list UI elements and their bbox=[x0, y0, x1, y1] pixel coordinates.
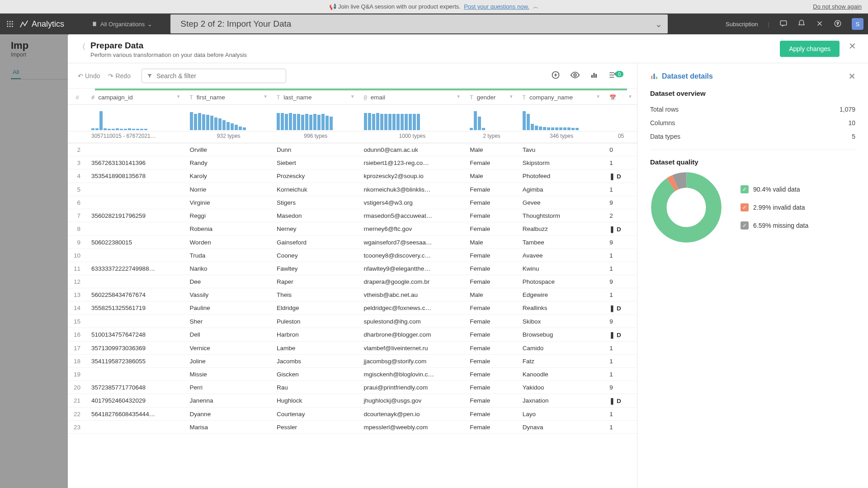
svg-rect-10 bbox=[780, 21, 787, 25]
quality-donut-chart bbox=[650, 171, 722, 244]
tools-icon[interactable] bbox=[816, 19, 824, 29]
table-row[interactable]: 13 5602258434767674VassilyTheis vtheisb@… bbox=[68, 288, 637, 301]
table-row[interactable]: 15 SherPuleston spulestond@ihg.comFemale… bbox=[68, 315, 637, 328]
modal-title: Prepare Data bbox=[90, 41, 247, 51]
column-histogram bbox=[609, 107, 632, 130]
details-title: Dataset details bbox=[662, 72, 713, 80]
column-header[interactable]: #campaign_id▼ bbox=[87, 90, 185, 105]
column-histogram bbox=[364, 107, 461, 130]
redo-button[interactable]: ↷ Redo bbox=[108, 72, 130, 80]
bell-icon[interactable] bbox=[797, 19, 806, 29]
eye-icon[interactable] bbox=[570, 70, 580, 81]
legend-valid: 90.4% valid data bbox=[753, 186, 800, 193]
table-row[interactable]: 14 3558251325561719PaulineEldridge peldr… bbox=[68, 301, 637, 315]
svg-rect-17 bbox=[595, 74, 597, 78]
svg-text:?: ? bbox=[836, 21, 839, 26]
column-summary: 996 types bbox=[272, 131, 359, 143]
check-icon: ✓ bbox=[741, 221, 749, 230]
table-row[interactable]: 4 3535418908135678KarolyProzescky kproze… bbox=[68, 169, 637, 183]
chart-icon[interactable] bbox=[590, 71, 598, 80]
table-row[interactable]: 6 VirginieStigers vstigers4@w3.orgFemale… bbox=[68, 196, 637, 209]
overview-heading: Dataset overview bbox=[650, 89, 855, 97]
svg-point-8 bbox=[12, 26, 13, 27]
legend-missing: 6.59% missing data bbox=[753, 222, 808, 229]
undo-button[interactable]: ↶ Undo bbox=[78, 72, 100, 80]
table-row[interactable]: 19 MissieGiscken mgisckenh@bloglovin.c…F… bbox=[68, 368, 637, 381]
chevron-up-icon[interactable]: ︿ bbox=[533, 3, 539, 11]
add-column-icon[interactable] bbox=[551, 70, 560, 81]
top-bar: Analytics All Organizations ⌄ Step 2 of … bbox=[0, 14, 868, 34]
table-row[interactable]: 22 56418276608435444…DyanneCourtenay dco… bbox=[68, 408, 637, 421]
close-icon[interactable]: ✕ bbox=[849, 41, 856, 52]
table-row[interactable]: 12 DeeRaper drapera@google.com.brFemaleP… bbox=[68, 275, 637, 288]
wizard-step-indicator: Step 2 of 2: Import Your Data ⌄ bbox=[170, 14, 668, 33]
table-row[interactable]: 17 3571309973036369VerniceLambe vlambef@… bbox=[68, 342, 637, 355]
svg-point-5 bbox=[12, 23, 13, 25]
table-row[interactable]: 9 506022380015WordenGainseford wgainsefo… bbox=[68, 236, 637, 249]
table-row[interactable]: 16 5100134757647248DellHarbron dharbrone… bbox=[68, 328, 637, 342]
column-summary: 2 types bbox=[465, 131, 518, 143]
bars-icon bbox=[650, 72, 658, 80]
column-histogram bbox=[470, 107, 514, 130]
chat-icon[interactable] bbox=[779, 19, 788, 29]
banner-text: Join live Q&A session with our product e… bbox=[338, 3, 461, 10]
table-row[interactable]: 2 OrvilleDunn odunn0@cam.ac.ukMaleTavu 0 bbox=[68, 143, 637, 156]
close-details-icon[interactable]: ✕ bbox=[849, 71, 855, 81]
table-row[interactable]: 5 NorrieKorneichuk nkorneichuk3@blinklis… bbox=[68, 183, 637, 196]
table-row[interactable]: 7 3560282191796259ReggiMasedon rmasedon5… bbox=[68, 209, 637, 222]
chevron-down-icon[interactable]: ⌄ bbox=[655, 19, 662, 29]
svg-point-4 bbox=[9, 23, 11, 25]
brand-logo[interactable]: Analytics bbox=[19, 19, 64, 29]
table-row[interactable]: 20 3572385771770648PerriRau praui@printf… bbox=[68, 381, 637, 394]
banner-link[interactable]: Post your questions now. bbox=[464, 3, 529, 10]
step-text: Step 2 of 2: Import Your Data bbox=[180, 19, 291, 28]
user-avatar[interactable]: S bbox=[852, 18, 863, 30]
datatypes-label: Data types bbox=[650, 133, 680, 140]
data-grid[interactable]: ##campaign_id▼Tfirst_name▼Tlast_name▼@em… bbox=[68, 90, 637, 434]
column-summary: 932 types bbox=[185, 131, 272, 143]
datatypes-value: 5 bbox=[852, 133, 855, 140]
org-selector[interactable]: All Organizations ⌄ bbox=[91, 21, 152, 28]
search-field[interactable] bbox=[156, 72, 281, 80]
legend-invalid: 2.99% invalid data bbox=[753, 204, 805, 211]
column-header[interactable]: Tcompany_name▼ bbox=[518, 90, 605, 105]
column-header[interactable]: Tlast_name▼ bbox=[272, 90, 359, 105]
svg-point-0 bbox=[7, 21, 8, 22]
total-rows-value: 1,079 bbox=[840, 106, 855, 113]
dismiss-banner-link[interactable]: Do not show again bbox=[813, 3, 862, 10]
svg-point-14 bbox=[574, 74, 577, 76]
svg-point-2 bbox=[12, 21, 13, 22]
table-row[interactable]: 21 4017952460432029JanennaHughlock jhugh… bbox=[68, 394, 637, 408]
column-summary: 346 types bbox=[518, 131, 605, 143]
prepare-data-modal: 〈 Prepare Data Perform various transform… bbox=[68, 34, 868, 488]
queue-icon[interactable]: 0 bbox=[608, 70, 627, 81]
megaphone-icon: 📢 bbox=[329, 3, 336, 10]
brand-name: Analytics bbox=[32, 19, 64, 29]
analytics-logo-icon bbox=[19, 19, 29, 29]
table-row[interactable]: 23 MarisaPessler mpesslerl@weebly.comFem… bbox=[68, 421, 637, 434]
table-row[interactable]: 18 3541195872386055JolineJacombs jjacomb… bbox=[68, 355, 637, 368]
help-icon[interactable]: ? bbox=[834, 19, 842, 29]
search-filter-input[interactable] bbox=[142, 69, 286, 83]
filter-icon bbox=[146, 73, 153, 79]
column-header[interactable]: Tfirst_name▼ bbox=[185, 90, 272, 105]
column-header[interactable]: @email▼ bbox=[359, 90, 466, 105]
table-row[interactable]: 8 RobeniaNerney rnerney6@ftc.govFemaleRe… bbox=[68, 222, 637, 236]
quality-heading: Dataset quality bbox=[650, 158, 855, 166]
chevron-down-icon: ⌄ bbox=[147, 21, 152, 28]
column-header[interactable]: 📅▼ bbox=[605, 90, 637, 105]
table-row[interactable]: 11 63333372222749988…NarikoFawltey nfawl… bbox=[68, 262, 637, 275]
column-header[interactable]: Tgender▼ bbox=[465, 90, 518, 105]
table-row[interactable]: 10 TrudaCooney tcooney8@discovery.c…Fema… bbox=[68, 249, 637, 262]
table-row[interactable]: 3 3567263130141396RandySiebert rsiebert1… bbox=[68, 156, 637, 169]
column-histogram bbox=[190, 107, 268, 130]
back-icon[interactable]: 〈 bbox=[78, 42, 86, 52]
building-icon bbox=[91, 21, 98, 27]
svg-point-6 bbox=[7, 26, 8, 27]
apps-grid-icon[interactable] bbox=[5, 19, 15, 29]
announcement-banner: 📢 Join live Q&A session with our product… bbox=[0, 0, 868, 14]
columns-label: Columns bbox=[650, 119, 675, 127]
column-summary: 1000 types bbox=[359, 131, 466, 143]
apply-changes-button[interactable]: Apply changes bbox=[780, 41, 840, 57]
subscription-link[interactable]: Subscription bbox=[726, 21, 758, 28]
